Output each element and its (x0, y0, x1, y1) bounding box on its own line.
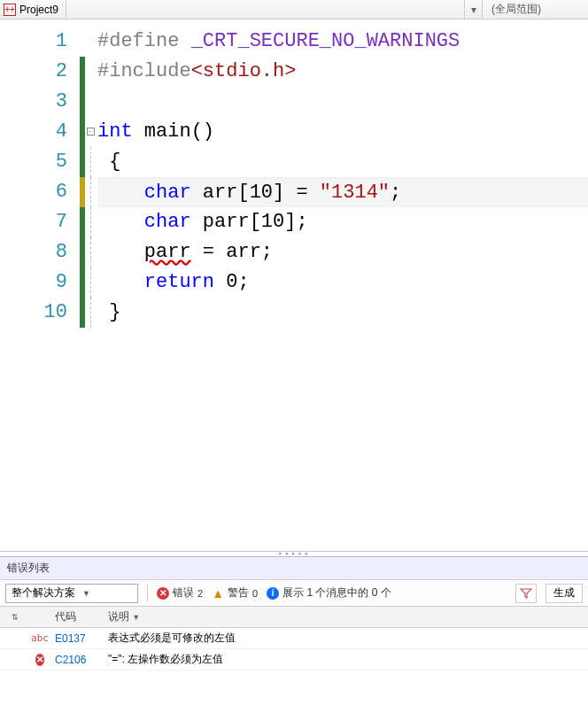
tok-brace-close: } (109, 301, 120, 323)
tok-semi: ; (390, 182, 401, 204)
warn-label: 警告 (228, 585, 249, 600)
chevron-down-icon: ▼ (82, 589, 90, 598)
tok-char: char (144, 182, 191, 204)
line-number: 9 (0, 267, 80, 298)
error-icon: ✕ (35, 654, 44, 666)
build-button-label: 生成 (553, 585, 575, 600)
error-code-cell: C2106 (50, 654, 103, 666)
errors-filter[interactable]: ✕ 错误 2 (157, 585, 203, 600)
solution-scope-label: 整个解决方案 (12, 585, 75, 600)
tok-return: return (144, 271, 214, 293)
errors-label: 错误 (173, 585, 194, 600)
scope-combo[interactable]: (全局范围) (482, 0, 588, 19)
fold-column: − (85, 19, 97, 551)
error-table: ⇅ 代码 说明 ▼ abc E0137 表达式必须是可修改的左值 ✕ C2106… (0, 607, 588, 705)
tok-arr-dim: [10] (237, 182, 284, 204)
tok-include: #include (97, 60, 191, 82)
file-tab-title: Project9 (19, 4, 58, 16)
tok-main: main (144, 120, 191, 143)
info-icon: i (267, 587, 279, 600)
tok-arr: arr (203, 182, 238, 204)
intellisense-icon: abc (31, 632, 49, 644)
line-number: 3 (0, 87, 80, 117)
line-number: 1 (0, 27, 80, 57)
tok-assign-lhs: parr (144, 241, 191, 263)
warnings-filter[interactable]: ▲ 警告 0 (212, 585, 258, 600)
tok-eq: = (284, 182, 320, 204)
sort-icon: ▼ (132, 613, 140, 622)
tok-define: #define (97, 30, 179, 52)
table-row[interactable]: abc E0137 表达式必须是可修改的左值 (0, 628, 588, 649)
table-row[interactable]: ✕ C2106 "=": 左操作数必须为左值 (0, 649, 588, 670)
tok-parr-dim: [10] (250, 211, 297, 233)
fold-toggle[interactable]: − (87, 128, 95, 136)
line-number: 5 (0, 147, 80, 177)
warn-count: 0 (252, 588, 258, 599)
tok-zero: 0; (214, 271, 250, 293)
messages-filter[interactable]: i 展示 1 个消息中的 0 个 (267, 585, 391, 600)
tok-int: int (97, 120, 133, 143)
error-list-panel: 错误列表 整个解决方案 ▼ ✕ 错误 2 ▲ 警告 0 i 展示 1 个消息中的… (0, 556, 588, 705)
file-tab[interactable]: ++ Project9 (0, 0, 66, 19)
line-number: 7 (0, 207, 80, 237)
divider (147, 585, 148, 602)
error-icon: ✕ (157, 587, 169, 600)
tok-macro: _CRT_SECURE_NO_WARNINGS (191, 30, 460, 52)
tok-brace-open: { (109, 151, 120, 173)
error-code-cell: E0137 (50, 632, 103, 645)
line-number: 2 (0, 57, 80, 87)
tok-parens: () (191, 120, 214, 143)
cpp-icon: ++ (4, 4, 16, 16)
tok-str1314: "1314" (320, 182, 390, 204)
code-area[interactable]: #define _CRT_SECURE_NO_WARNINGS #include… (97, 19, 588, 551)
editor[interactable]: 1 2 3 4 5 6 7 8 9 10 − #define _CRT_SECU… (0, 19, 588, 551)
col-desc-header[interactable]: 说明 ▼ (103, 609, 588, 624)
line-number: 8 (0, 237, 80, 267)
errors-count: 2 (197, 588, 203, 599)
tok-char2: char (144, 211, 191, 233)
warning-icon: ▲ (212, 586, 224, 600)
table-header: ⇅ 代码 说明 ▼ (0, 607, 588, 628)
scope-label: (全局范围) (491, 2, 541, 17)
build-button[interactable]: 生成 (545, 584, 583, 603)
line-number: 10 (0, 298, 80, 328)
error-desc-cell: 表达式必须是可修改的左值 (103, 631, 588, 646)
filter-icon (520, 587, 532, 600)
line-number: 6 (0, 177, 80, 207)
severity-cell: abc (30, 632, 50, 644)
col-code-header[interactable]: 代码 (50, 609, 103, 624)
error-list-toolbar: 整个解决方案 ▼ ✕ 错误 2 ▲ 警告 0 i 展示 1 个消息中的 0 个 … (0, 580, 588, 607)
tok-parr: parr (203, 211, 250, 233)
info-text: 展示 1 个消息中的 0 个 (282, 585, 391, 600)
tok-assign-rest: = arr; (191, 241, 273, 263)
severity-cell: ✕ (30, 654, 50, 666)
line-gutter: 1 2 3 4 5 6 7 8 9 10 (0, 19, 80, 551)
error-desc-cell: "=": 左操作数必须为左值 (103, 652, 588, 667)
tab-bar: ++ Project9 ▾ (全局范围) (0, 0, 588, 19)
line-number: 4 (0, 117, 80, 147)
tok-semi2: ; (296, 211, 307, 233)
filter-button[interactable] (515, 584, 537, 603)
error-list-title: 错误列表 (0, 557, 588, 580)
col-severity[interactable]: ⇅ (0, 613, 30, 622)
tok-stdio: <stdio.h> (191, 60, 297, 82)
solution-scope-combo[interactable]: 整个解决方案 ▼ (5, 584, 138, 603)
tab-dropdown[interactable]: ▾ (464, 0, 482, 19)
